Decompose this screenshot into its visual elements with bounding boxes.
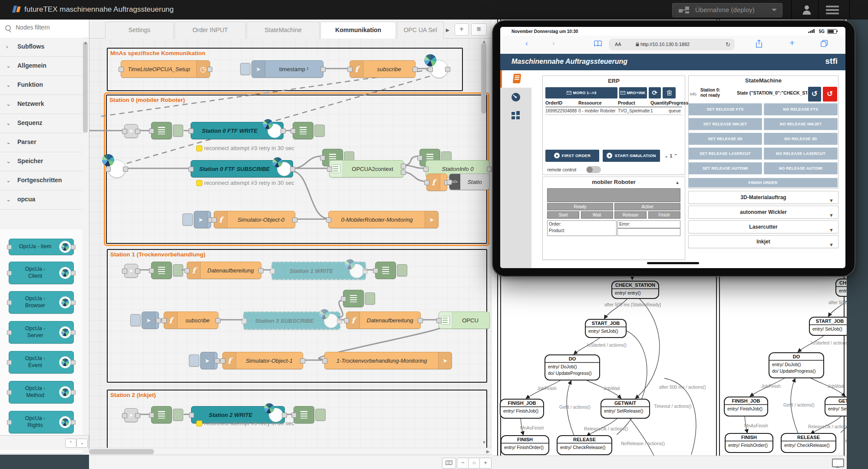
node-debug[interactable]: [293, 122, 314, 139]
palette-search[interactable]: [0, 20, 89, 38]
bookmarks-icon[interactable]: [594, 40, 602, 49]
debug-toggle-button[interactable]: [173, 125, 183, 137]
tab-opc-ua-sel[interactable]: OPC UA Sel: [397, 22, 444, 39]
palette-category-fortgeschritten[interactable]: ⌄Fortgeschritten: [0, 171, 83, 190]
mro-ink-button[interactable]: MRO+INK: [619, 87, 647, 98]
node-port-input[interactable]: [189, 413, 194, 418]
node-port[interactable]: [71, 300, 76, 305]
palette-node-item[interactable]: OpcUa - Item: [9, 239, 74, 255]
node-opcua-item[interactable]: [108, 160, 126, 178]
node-opcu[interactable]: OPCU: [439, 312, 490, 329]
accordion-inkjet[interactable]: Inkjet▼: [688, 235, 838, 248]
sm-button-set-release-3d[interactable]: SET RELEASE 3D: [688, 133, 762, 145]
collapse-icon[interactable]: ▲: [675, 180, 680, 185]
debug-toggle-button[interactable]: [365, 292, 375, 305]
deploy-caret-icon[interactable]: [772, 9, 777, 14]
tabs-icon[interactable]: [821, 40, 828, 49]
palette-category-opcua[interactable]: ⌄opcua: [0, 190, 83, 210]
node-port-output[interactable]: [401, 170, 406, 175]
node-port-input[interactable]: [327, 167, 332, 172]
node-port-input[interactable]: [322, 358, 327, 364]
node-datenaufbereitung[interactable]: fDatenaufbereitung: [346, 312, 421, 329]
palette-category-parser[interactable]: ⌄Parser: [0, 133, 83, 152]
start-simulation-button[interactable]: START-SIMULATION: [603, 150, 660, 162]
palette-scrollbar[interactable]: [83, 42, 88, 133]
address-bar[interactable]: AA http://10.10.130.5:1882 ↻: [609, 39, 735, 50]
node-port[interactable]: [7, 330, 12, 335]
zoom-out-button[interactable]: −: [457, 458, 469, 469]
node-port[interactable]: [71, 420, 76, 425]
moro-button[interactable]: MORO 1-->3: [545, 87, 617, 98]
node-inject[interactable]: ➤: [200, 352, 218, 369]
roboter-state-start[interactable]: Start: [547, 211, 579, 219]
node-port-input[interactable]: [436, 318, 442, 323]
node-port-output[interactable]: [281, 128, 286, 134]
tab-settings[interactable]: Settings: [105, 22, 174, 39]
palette-filter-input[interactable]: [15, 23, 82, 31]
roboter-state-release[interactable]: Release: [614, 211, 647, 219]
palette-node-event[interactable]: OpcUa -Event: [9, 351, 74, 374]
order-count-stepper[interactable]: ⌄ 1 ⌃: [664, 153, 678, 159]
node-port-input[interactable]: [428, 67, 433, 72]
node-port-input[interactable]: [188, 128, 194, 134]
node-port-output[interactable]: [123, 167, 128, 172]
node-port-input[interactable]: [347, 67, 353, 72]
node-subscribe[interactable]: fsubscribe: [164, 312, 218, 329]
node-debug[interactable]: [343, 290, 364, 307]
node-port-output[interactable]: [156, 318, 161, 323]
new-tab-icon[interactable]: +: [789, 38, 795, 48]
sm-button-no-release-3d[interactable]: NO RELEASE 3D: [764, 133, 838, 145]
sidebar-item-grid[interactable]: [500, 107, 531, 124]
sidebar-item-dashboard[interactable]: [500, 89, 531, 106]
node-port-input[interactable]: [320, 155, 325, 161]
debug-toggle-button[interactable]: [397, 264, 407, 276]
node-port-input[interactable]: [185, 268, 190, 273]
reset-state-button[interactable]: ↺: [808, 87, 821, 102]
palette-node-client[interactable]: OpcUa -Client: [9, 262, 74, 284]
node-port-input[interactable]: [373, 268, 378, 273]
node-debug[interactable]: [151, 262, 172, 279]
monitor-icon[interactable]: [832, 459, 844, 467]
node-debug[interactable]: [151, 122, 172, 139]
node-port-input[interactable]: [162, 318, 167, 323]
node-port-input[interactable]: [211, 217, 217, 223]
node-simulator-object-0[interactable]: fSimulator-Object-0: [214, 211, 295, 228]
palette-category-funktion[interactable]: ⌄Funktion: [0, 76, 83, 95]
node-port-output[interactable]: [135, 129, 140, 134]
node-port-output[interactable]: [258, 268, 264, 273]
palette-category-netzwerk[interactable]: ⌄Netzwerk: [0, 95, 83, 114]
node-port-input[interactable]: [341, 296, 346, 302]
deploy-button[interactable]: Übernahme (deploy): [672, 3, 782, 17]
palette-category-sequenz[interactable]: ⌄Sequenz: [0, 114, 83, 133]
node-debug[interactable]: [294, 406, 314, 423]
roboter-state-finish[interactable]: Finish: [648, 211, 680, 219]
node-datenaufbereitung[interactable]: fDatenaufbereitung: [187, 262, 261, 279]
node-debug[interactable]: [151, 406, 172, 423]
zoom-in-button[interactable]: +: [479, 458, 492, 469]
palette-category-subflows[interactable]: ›Subflows: [0, 38, 83, 57]
tab-order-input[interactable]: Order INPUT: [175, 22, 246, 39]
node-opcua-item[interactable]: [430, 60, 448, 78]
node-port-input[interactable]: [149, 413, 154, 418]
node-port[interactable]: [71, 390, 76, 395]
node-func[interactable]: f: [426, 174, 447, 191]
node-port-input[interactable]: [188, 167, 194, 172]
node-port-output[interactable]: [445, 67, 450, 72]
expand-all-button[interactable]: ⌄: [76, 439, 88, 448]
refresh-orders-button[interactable]: ⟳: [649, 87, 661, 98]
user-button[interactable]: [797, 3, 816, 16]
palette-node-method[interactable]: OpcUa -Method: [9, 381, 74, 403]
node-timelisteopcua-setup[interactable]: ◷TimeListeOPCUA_Setup: [121, 60, 210, 78]
node-port-input[interactable]: [270, 269, 275, 274]
node-port-output[interactable]: [207, 67, 212, 72]
node-debug[interactable]: [375, 262, 396, 279]
delete-orders-button[interactable]: [663, 87, 676, 98]
node-0-mobilerroboter-monitoring[interactable]: ➤0-MobilerRoboter-Monitoring: [328, 211, 439, 228]
node-port-output[interactable]: [135, 413, 140, 418]
node-port-input[interactable]: [122, 413, 127, 418]
node-port-input[interactable]: [423, 167, 429, 172]
node-port-input[interactable]: [119, 67, 124, 72]
node-port-input[interactable]: [149, 128, 154, 134]
node-port-input[interactable]: [149, 268, 154, 273]
node-inject[interactable]: ➤: [142, 312, 159, 329]
